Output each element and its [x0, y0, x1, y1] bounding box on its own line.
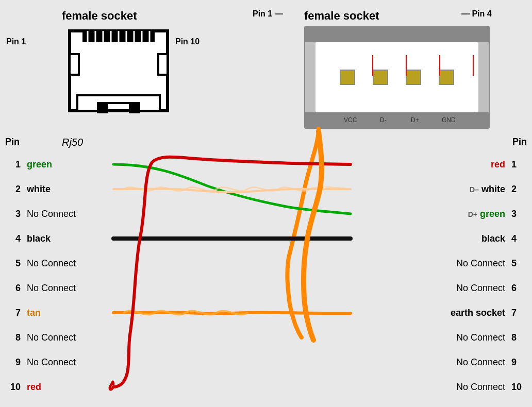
right-pin-name-10: No Connect [412, 382, 505, 393]
svg-rect-13 [97, 103, 108, 113]
usb-pin-gnd [439, 70, 454, 85]
right-pin-name-3: D+ green [412, 209, 505, 219]
right-pin-row-7: earth socket 7 [331, 300, 527, 325]
left-connector-label: female socket [62, 9, 137, 23]
right-pin-table: red 1 D– white 2 D+ green 3 black 4 No C… [331, 152, 527, 399]
right-pin-row-10: No Connect 10 [331, 375, 527, 399]
left-pin-name-1: green [27, 159, 104, 170]
right-pin-num-7: 7 [511, 308, 527, 318]
left-pin-num-6: 6 [5, 283, 21, 294]
dm-label: D- [380, 116, 387, 124]
right-pin-num-6: 6 [511, 283, 527, 294]
dp-label: D+ [411, 116, 419, 124]
left-pin-row-9: 9 No Connect [5, 350, 211, 375]
right-pin-row-5: No Connect 5 [331, 251, 527, 276]
right-pin-name-2: D– white [412, 184, 505, 195]
left-pin-num-4: 4 [5, 233, 21, 244]
right-pin-row-3: D+ green 3 [331, 201, 527, 226]
right-pin-name-1: red [412, 159, 505, 170]
right-pin-num-10: 10 [511, 382, 527, 393]
left-pin-row-6: 6 No Connect [5, 276, 211, 300]
svg-rect-11 [70, 54, 79, 75]
right-pin-row-1: red 1 [331, 152, 527, 177]
left-pin-name-3: No Connect [27, 209, 104, 219]
right-pin-name-7: earth socket [412, 308, 505, 318]
left-pin-num-7: 7 [5, 308, 21, 318]
right-pin-num-3: 3 [511, 209, 527, 219]
right-pin-name-4: black [412, 233, 505, 244]
right-pin-num-9: 9 [511, 357, 527, 368]
left-pin-row-5: 5 No Connect [5, 251, 211, 276]
left-pin-name-5: No Connect [27, 258, 104, 269]
usb-pin-vcc [340, 70, 355, 85]
left-pin-row-4: 4 black [5, 226, 211, 251]
left-pin-row-8: 8 No Connect [5, 325, 211, 350]
left-pin-header: Pin [5, 137, 20, 147]
usb-pin-dm [373, 70, 388, 85]
left-pin-row-10: 10 red [5, 375, 211, 399]
left-pin-name-2: white [27, 184, 104, 195]
left-pin-num-9: 9 [5, 357, 21, 368]
right-pin4-label: — Pin 4 [461, 9, 492, 19]
right-pin-num-4: 4 [511, 233, 527, 244]
left-pin1-label: Pin 1 [6, 37, 26, 46]
left-pin10-label: Pin 10 [175, 37, 200, 46]
right-pin-row-4: black 4 [331, 226, 527, 251]
left-pin-num-10: 10 [5, 382, 21, 393]
left-pin-name-6: No Connect [27, 283, 104, 294]
usb-connector-image: VCC D- D+ GND [304, 26, 490, 129]
right-connector-label: female socket [304, 9, 379, 23]
left-pin-num-5: 5 [5, 258, 21, 269]
right-pin1-label: Pin 1 — [253, 9, 283, 19]
svg-rect-12 [158, 54, 168, 75]
right-pin-row-9: No Connect 9 [331, 350, 527, 375]
rj50-header: Rj50 [62, 137, 83, 148]
right-pin-name-5: No Connect [412, 258, 505, 269]
left-pin-row-3: 3 No Connect [5, 201, 211, 226]
right-pin-num-2: 2 [511, 184, 527, 195]
right-pin-name-8: No Connect [412, 332, 505, 343]
gnd-label: GND [442, 116, 456, 124]
right-pin-name-6: No Connect [412, 283, 505, 294]
right-pin-row-8: No Connect 8 [331, 325, 527, 350]
vcc-label: VCC [344, 116, 357, 124]
left-pin-name-9: No Connect [27, 357, 104, 368]
left-pin-num-1: 1 [5, 159, 21, 170]
left-pin-num-2: 2 [5, 184, 21, 195]
left-pin-name-8: No Connect [27, 332, 104, 343]
right-pin-header: Pin [512, 137, 527, 147]
left-pin-table: 1 green 2 white 3 No Connect 4 black 5 N… [5, 152, 211, 399]
usb-pin-dp [406, 70, 421, 85]
left-pin-row-2: 2 white [5, 177, 211, 201]
rj50-connector-drawing [67, 28, 170, 116]
left-pin-num-8: 8 [5, 332, 21, 343]
right-pin-row-2: D– white 2 [331, 177, 527, 201]
right-pin-num-8: 8 [511, 332, 527, 343]
svg-rect-14 [129, 103, 140, 113]
left-pin-name-7: tan [27, 308, 104, 318]
right-pin-row-6: No Connect 6 [331, 276, 527, 300]
right-pin-num-5: 5 [511, 258, 527, 269]
left-pin-row-7: 7 tan [5, 300, 211, 325]
left-pin-name-10: red [27, 382, 104, 393]
right-pin-num-1: 1 [511, 159, 527, 170]
left-pin-name-4: black [27, 233, 104, 244]
right-pin-name-9: No Connect [412, 357, 505, 368]
left-pin-num-3: 3 [5, 209, 21, 219]
left-pin-row-1: 1 green [5, 152, 211, 177]
main-container: female socket Pin 1 Pin 10 Pin 1 — femal… [0, 0, 532, 407]
